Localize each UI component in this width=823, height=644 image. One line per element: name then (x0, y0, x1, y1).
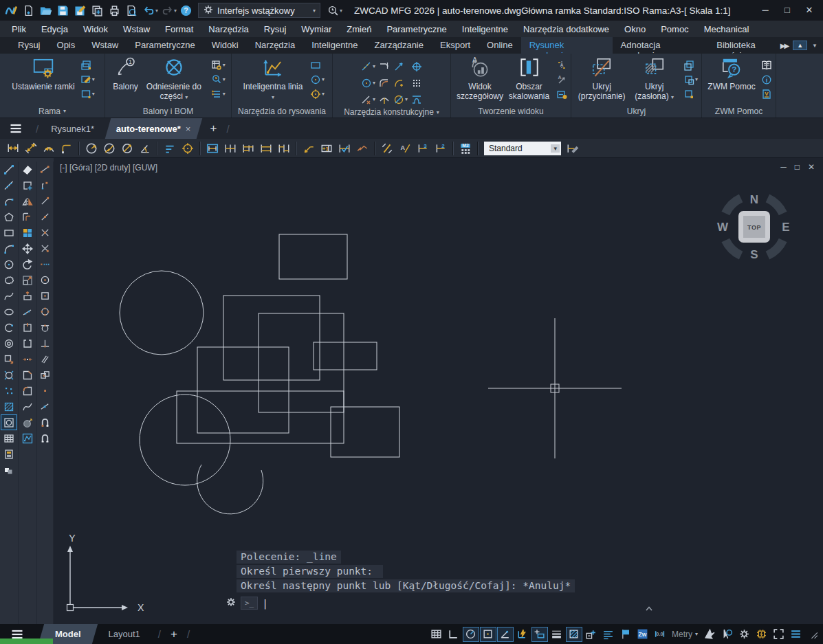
snap-insert-icon[interactable] (37, 367, 54, 383)
make-block-tool-icon[interactable] (1, 367, 17, 383)
panel-title-konstrukcyjne[interactable]: Narzędzia konstrukcyjne▾ (333, 107, 450, 118)
drawing-canvas[interactable]: YX [-] [Góra] [2D druty] [GUW] ─ □ ✕ N W… (54, 158, 823, 624)
corner-line-icon[interactable] (379, 59, 390, 74)
dim-edit-icon[interactable] (564, 140, 582, 157)
ribbon-tab-adnotacja-mechaniczna[interactable]: Adnotacja mechaniczna (613, 37, 709, 54)
ellipse-arc-tool-icon[interactable] (1, 320, 17, 335)
snap-endpoint-icon[interactable] (37, 193, 54, 209)
redo-icon[interactable] (159, 2, 176, 19)
snap-tangent-icon[interactable] (37, 320, 54, 335)
viewcube-west[interactable]: W (717, 221, 729, 234)
dim-chain-icon[interactable] (257, 140, 275, 157)
new-doc-tab-button[interactable]: + (205, 122, 223, 135)
dim-baseline-settings-icon[interactable] (161, 140, 179, 157)
ribbon-tab-narzędzia[interactable]: Narzędzia (247, 37, 304, 54)
center-mark-icon[interactable]: ▾ (310, 87, 325, 101)
annotation-visibility-icon[interactable] (583, 627, 600, 642)
menu-wymiar[interactable]: Wymiar (294, 24, 339, 34)
dim-arc-length-icon[interactable] (40, 140, 58, 157)
snap-midpoint-icon[interactable] (37, 209, 54, 225)
smart-line-button[interactable]: Inteligentna linia ▾ (239, 56, 307, 102)
about-info-icon[interactable]: i (761, 72, 772, 87)
dim-continue-icon[interactable] (221, 140, 239, 157)
vp-close-button[interactable]: ✕ (808, 162, 815, 172)
menu-widok[interactable]: Widok (76, 24, 116, 34)
snap-nearest-icon[interactable] (37, 399, 54, 414)
viewcube[interactable]: N W E S TOP (711, 184, 798, 270)
transparency-icon[interactable] (566, 627, 582, 642)
snap-apparent-intersection-icon[interactable] (37, 241, 54, 256)
snap-center-icon[interactable] (37, 272, 54, 288)
viewcube-north[interactable]: N (750, 193, 758, 206)
command-settings-gear-icon[interactable] (226, 597, 237, 610)
ribbon-tab-online[interactable]: Online (479, 37, 521, 54)
ribbon-tab-zarządzanie[interactable]: Zarządzanie (366, 37, 432, 54)
ribbon-tab-biblioteka-części[interactable]: Biblioteka części (708, 37, 780, 54)
print-icon[interactable] (106, 2, 123, 19)
grid-icon[interactable] (428, 627, 445, 642)
hide-mask-button[interactable]: Ukryj (zasłona) ▾ (628, 56, 680, 102)
frame-settings-button[interactable]: Ustawienie ramki (10, 56, 76, 91)
view-arrow-icon[interactable]: A (556, 72, 567, 87)
dynamic-input-icon[interactable] (531, 627, 548, 642)
menu-inteligentne[interactable]: Inteligentne (454, 24, 516, 34)
viewcube-top[interactable]: TOP (747, 224, 761, 231)
construction-circle-icon[interactable]: ▾ (361, 76, 375, 90)
smart-rectangle-icon[interactable] (310, 58, 325, 72)
scale-tool-icon[interactable] (19, 272, 36, 288)
resize-grip-icon[interactable] (804, 627, 821, 642)
hardware-accel-icon[interactable] (753, 627, 769, 642)
zwcad-logo[interactable] (3, 2, 20, 19)
doc-tab-rysunek1[interactable]: Rysunek1* (43, 118, 102, 139)
save-as-icon[interactable] (72, 2, 89, 19)
ribbon-tab-opis[interactable]: Opis (49, 37, 84, 54)
point-tool-icon[interactable] (1, 383, 17, 399)
ribbon-minimize-options-icon[interactable]: ▼ (812, 43, 817, 49)
fullscreen-icon[interactable] (770, 627, 787, 642)
ribbon-minimize-button[interactable]: ▲ (793, 41, 807, 50)
center-mark-icon[interactable] (179, 140, 197, 157)
copy-icon[interactable] (89, 2, 106, 19)
dynamic-ucs-icon[interactable] (514, 627, 531, 642)
donut-tool-icon[interactable] (1, 335, 17, 351)
table-tool-icon[interactable] (1, 430, 17, 446)
layout1-tab[interactable]: Layout1 (95, 624, 154, 644)
new-file-icon[interactable] (20, 2, 37, 19)
chamfer-tool-icon[interactable] (19, 367, 36, 383)
panel-title-rama[interactable]: Rama▾ (0, 104, 105, 118)
menu-parametryczne[interactable]: Parametryczne (379, 24, 454, 34)
copy-tool-icon[interactable] (19, 177, 36, 193)
line-tool-icon[interactable] (1, 162, 17, 177)
open-icon[interactable] (37, 2, 54, 19)
dim-oblique-icon[interactable] (378, 140, 396, 157)
more-tabs-icon[interactable]: ▶▶ (780, 42, 788, 49)
snap-node-icon[interactable] (37, 288, 54, 304)
dim-linear-icon[interactable] (4, 140, 22, 157)
snap-tracking-icon[interactable] (497, 627, 514, 642)
snap-extension-icon[interactable] (37, 256, 54, 272)
dim-ordinate-icon[interactable] (58, 140, 76, 157)
close-tab-icon[interactable]: × (186, 124, 191, 134)
save-icon[interactable] (54, 2, 72, 19)
ribbon-tab-eksport[interactable]: Eksport (432, 37, 479, 54)
hide-settings-icon[interactable] (683, 87, 698, 101)
polar-tracking-icon[interactable] (463, 627, 479, 642)
rotate-tool-icon[interactable] (19, 256, 36, 272)
file-tabs-menu-button[interactable] (0, 122, 32, 135)
frame-edit-icon[interactable]: ▾ (80, 72, 95, 87)
dim-jogged-icon[interactable] (100, 140, 118, 157)
ribbon-tab-widoki[interactable]: Widoki (204, 37, 247, 54)
dim-style-manager-icon[interactable]: M2 (457, 140, 474, 157)
menu-plik[interactable]: Plik (4, 24, 34, 34)
dim-text-angle-icon[interactable]: A (396, 140, 414, 157)
selection-cycling-icon[interactable] (718, 627, 735, 642)
tolerance-icon[interactable]: +1 (318, 140, 336, 157)
smart-circle-icon[interactable]: ▾ (310, 72, 325, 87)
snap-quadrant-icon[interactable] (37, 304, 54, 320)
erase-tool-icon[interactable] (19, 162, 36, 177)
zwm-help-button[interactable]: ?ZWM Pomoc (705, 56, 757, 91)
snap-parallel-icon[interactable] (37, 351, 54, 367)
ribbon-tab-rysuj[interactable]: Rysuj (10, 37, 49, 54)
section-view-icon[interactable]: A (556, 58, 567, 72)
viewport-label[interactable]: [-] [Góra] [2D druty] [GUW] (60, 163, 157, 173)
